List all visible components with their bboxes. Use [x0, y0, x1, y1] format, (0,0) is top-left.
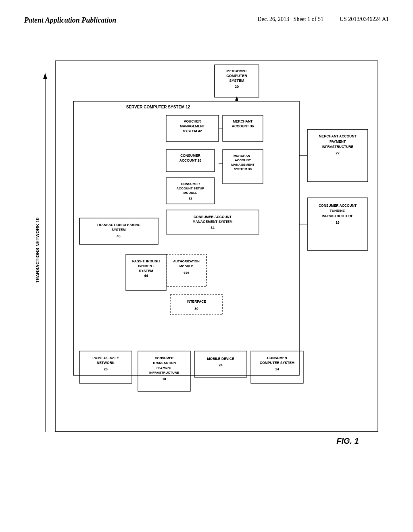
svg-text:30: 30: [194, 307, 198, 311]
svg-text:COMPUTER SYSTEM: COMPUTER SYSTEM: [260, 361, 294, 365]
svg-rect-60: [170, 295, 223, 315]
svg-text:MANAGEMENT: MANAGEMENT: [180, 124, 205, 128]
svg-text:VOUCHER: VOUCHER: [184, 119, 201, 123]
svg-text:20: 20: [235, 85, 239, 89]
svg-rect-56: [166, 254, 206, 287]
svg-text:CONSUMER: CONSUMER: [155, 356, 174, 360]
svg-text:PASS-THROUGH: PASS-THROUGH: [132, 259, 160, 263]
svg-text:44: 44: [144, 274, 148, 278]
svg-text:NETWORK: NETWORK: [97, 361, 115, 365]
svg-text:34: 34: [211, 226, 215, 230]
svg-text:SYSTEM: SYSTEM: [139, 269, 153, 273]
svg-text:MERCHANT: MERCHANT: [234, 154, 252, 158]
svg-text:SYSTEM 42: SYSTEM 42: [183, 129, 202, 133]
header-patent-number: US 2013/0346224 A1: [340, 16, 389, 23]
svg-text:26: 26: [104, 367, 108, 371]
header-date: Dec. 26, 2013 Sheet 1 of 51: [258, 16, 323, 23]
patent-title: Patent Application Publication: [24, 16, 116, 25]
svg-text:18: 18: [163, 377, 166, 381]
svg-rect-3: [55, 61, 378, 432]
svg-text:CONSUMER: CONSUMER: [180, 154, 200, 158]
svg-text:PAYMENT: PAYMENT: [330, 139, 346, 143]
svg-text:TRANSACTIONS NETWORK 10: TRANSACTIONS NETWORK 10: [35, 218, 40, 283]
svg-text:32: 32: [189, 197, 192, 200]
diagram-svg: TRANSACTIONS NETWORK 10 MERCHANT COMPUTE…: [33, 49, 380, 484]
svg-text:650: 650: [184, 271, 189, 274]
svg-text:MERCHANT: MERCHANT: [226, 69, 247, 73]
svg-text:14: 14: [275, 367, 279, 371]
svg-text:40: 40: [117, 234, 121, 238]
header-right: Dec. 26, 2013 Sheet 1 of 51 US 2013/0346…: [258, 16, 389, 23]
svg-text:CONSUMER ACCOUNT: CONSUMER ACCOUNT: [319, 204, 357, 208]
svg-text:INFRASTRUCTURE: INFRASTRUCTURE: [322, 145, 354, 149]
svg-text:CONSUMER: CONSUMER: [267, 356, 287, 360]
page: Patent Application Publication Dec. 26, …: [0, 0, 413, 532]
svg-text:SYSTEM: SYSTEM: [112, 228, 126, 232]
svg-text:CONSUMER: CONSUMER: [181, 182, 200, 186]
svg-text:AUTHORIZATION: AUTHORIZATION: [173, 260, 200, 263]
svg-text:CONSUMER ACCOUNT: CONSUMER ACCOUNT: [194, 215, 232, 219]
diagram-area: TRANSACTIONS NETWORK 10 MERCHANT COMPUTE…: [24, 49, 389, 484]
svg-rect-11: [73, 101, 299, 375]
svg-text:FIG. 1: FIG. 1: [336, 436, 359, 445]
page-header: Patent Application Publication Dec. 26, …: [24, 16, 389, 25]
svg-text:MODULE: MODULE: [184, 191, 198, 195]
svg-text:ACCOUNT: ACCOUNT: [235, 158, 251, 162]
svg-text:24: 24: [219, 363, 223, 367]
svg-text:SYSTEM: SYSTEM: [229, 79, 244, 83]
svg-text:TRANSACTION CLEARING: TRANSACTION CLEARING: [97, 223, 141, 227]
svg-text:COMPUTER: COMPUTER: [226, 74, 247, 78]
svg-text:INFRASTRUCTURE: INFRASTRUCTURE: [322, 214, 354, 218]
diagram-wrapper: TRANSACTIONS NETWORK 10 MERCHANT COMPUTE…: [33, 49, 380, 484]
svg-text:SYSTEM 38: SYSTEM 38: [234, 167, 252, 171]
svg-text:MANAGEMENT SYSTEM: MANAGEMENT SYSTEM: [192, 220, 232, 224]
svg-text:ACCOUNT SETUP: ACCOUNT SETUP: [177, 187, 205, 190]
svg-text:INTERFACE: INTERFACE: [187, 299, 206, 303]
svg-marker-0: [43, 73, 47, 79]
svg-text:ACCOUNT 28: ACCOUNT 28: [179, 158, 202, 162]
svg-text:22: 22: [336, 151, 340, 155]
svg-text:MODULE: MODULE: [179, 264, 194, 268]
svg-text:SERVER COMPUTER SYSTEM 12: SERVER COMPUTER SYSTEM 12: [126, 105, 190, 109]
svg-text:ACCOUNT 36: ACCOUNT 36: [232, 124, 254, 128]
svg-text:MANAGEMENT: MANAGEMENT: [231, 163, 254, 166]
svg-text:TRANSACTION: TRANSACTION: [152, 361, 176, 365]
svg-text:MOBILE DEVICE: MOBILE DEVICE: [207, 357, 234, 361]
svg-text:PAYMENT: PAYMENT: [138, 264, 154, 268]
svg-text:INFRASTRUCTURE: INFRASTRUCTURE: [149, 371, 179, 374]
svg-text:MERCHANT ACCOUNT: MERCHANT ACCOUNT: [319, 134, 357, 138]
svg-text:PAYMENT: PAYMENT: [156, 366, 172, 370]
svg-text:FUNDING: FUNDING: [330, 209, 346, 213]
svg-text:16: 16: [336, 220, 340, 224]
svg-text:MERCHANT: MERCHANT: [233, 119, 253, 123]
svg-text:POINT-OF-SALE: POINT-OF-SALE: [92, 356, 119, 360]
